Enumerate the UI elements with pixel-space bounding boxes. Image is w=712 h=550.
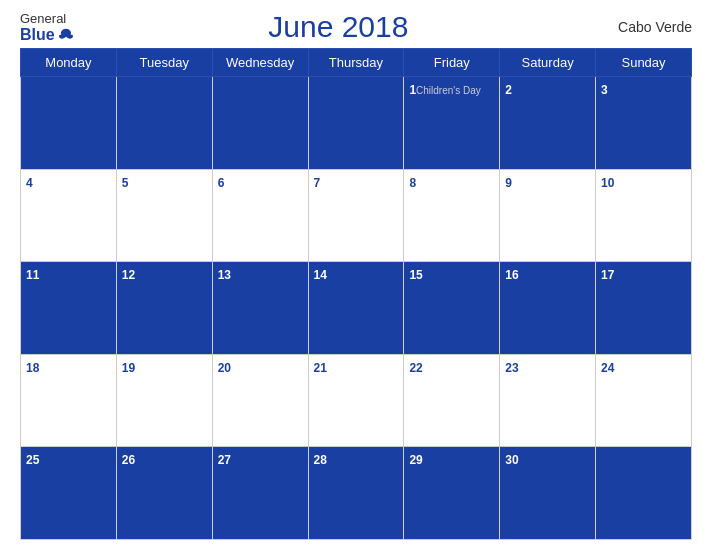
calendar-day (21, 77, 117, 170)
calendar-day: 5 (116, 169, 212, 262)
day-number: 11 (26, 268, 39, 282)
calendar-day: 7 (308, 169, 404, 262)
day-number: 17 (601, 268, 614, 282)
calendar-day: 23 (500, 354, 596, 447)
logo-blue-text: Blue (20, 26, 55, 44)
calendar-day (308, 77, 404, 170)
col-monday: Monday (21, 49, 117, 77)
day-number: 21 (314, 361, 327, 375)
calendar-day: 29 (404, 447, 500, 540)
calendar-day: 1Children's Day (404, 77, 500, 170)
day-number: 25 (26, 453, 39, 467)
calendar-day: 30 (500, 447, 596, 540)
calendar-day: 4 (21, 169, 117, 262)
calendar-day: 28 (308, 447, 404, 540)
calendar-header: General Blue June 2018 Cabo Verde (20, 10, 692, 44)
day-number: 2 (505, 83, 512, 97)
col-thursday: Thursday (308, 49, 404, 77)
day-number: 23 (505, 361, 518, 375)
col-wednesday: Wednesday (212, 49, 308, 77)
week-row-5: 252627282930 (21, 447, 692, 540)
day-number: 20 (218, 361, 231, 375)
calendar-day: 15 (404, 262, 500, 355)
calendar-day: 18 (21, 354, 117, 447)
day-number: 4 (26, 176, 33, 190)
calendar-day: 20 (212, 354, 308, 447)
day-number: 26 (122, 453, 135, 467)
col-tuesday: Tuesday (116, 49, 212, 77)
day-number: 3 (601, 83, 608, 97)
calendar-day: 25 (21, 447, 117, 540)
calendar-day: 26 (116, 447, 212, 540)
calendar-day (116, 77, 212, 170)
col-friday: Friday (404, 49, 500, 77)
day-number: 18 (26, 361, 39, 375)
day-number: 22 (409, 361, 422, 375)
calendar-day: 24 (596, 354, 692, 447)
day-number: 6 (218, 176, 225, 190)
day-number: 29 (409, 453, 422, 467)
calendar-day (212, 77, 308, 170)
day-number: 8 (409, 176, 416, 190)
day-number: 5 (122, 176, 129, 190)
calendar-day (596, 447, 692, 540)
day-number: 10 (601, 176, 614, 190)
calendar-day: 14 (308, 262, 404, 355)
holiday-label: Children's Day (416, 85, 481, 96)
calendar-day: 17 (596, 262, 692, 355)
calendar-day: 6 (212, 169, 308, 262)
day-number: 12 (122, 268, 135, 282)
day-number: 14 (314, 268, 327, 282)
country-label: Cabo Verde (602, 19, 692, 35)
calendar-day: 19 (116, 354, 212, 447)
day-number: 9 (505, 176, 512, 190)
day-number: 7 (314, 176, 321, 190)
day-number: 15 (409, 268, 422, 282)
day-number: 16 (505, 268, 518, 282)
calendar-day: 22 (404, 354, 500, 447)
calendar-day: 16 (500, 262, 596, 355)
logo-bird-icon (57, 26, 75, 44)
calendar-day: 11 (21, 262, 117, 355)
day-number: 27 (218, 453, 231, 467)
week-row-2: 45678910 (21, 169, 692, 262)
calendar-title: June 2018 (75, 10, 602, 44)
col-saturday: Saturday (500, 49, 596, 77)
week-row-4: 18192021222324 (21, 354, 692, 447)
day-number: 24 (601, 361, 614, 375)
day-number: 19 (122, 361, 135, 375)
day-number: 28 (314, 453, 327, 467)
col-sunday: Sunday (596, 49, 692, 77)
calendar-day: 3 (596, 77, 692, 170)
logo-general-text: General (20, 11, 66, 26)
day-number: 30 (505, 453, 518, 467)
calendar-day: 9 (500, 169, 596, 262)
calendar-day: 8 (404, 169, 500, 262)
calendar-day: 21 (308, 354, 404, 447)
calendar-table: Monday Tuesday Wednesday Thursday Friday… (20, 48, 692, 540)
week-row-1: 1Children's Day23 (21, 77, 692, 170)
weekday-header-row: Monday Tuesday Wednesday Thursday Friday… (21, 49, 692, 77)
logo: General Blue (20, 11, 75, 44)
calendar-day: 13 (212, 262, 308, 355)
calendar-day: 12 (116, 262, 212, 355)
calendar-day: 10 (596, 169, 692, 262)
week-row-3: 11121314151617 (21, 262, 692, 355)
day-number: 13 (218, 268, 231, 282)
calendar-day: 2 (500, 77, 596, 170)
calendar-day: 27 (212, 447, 308, 540)
